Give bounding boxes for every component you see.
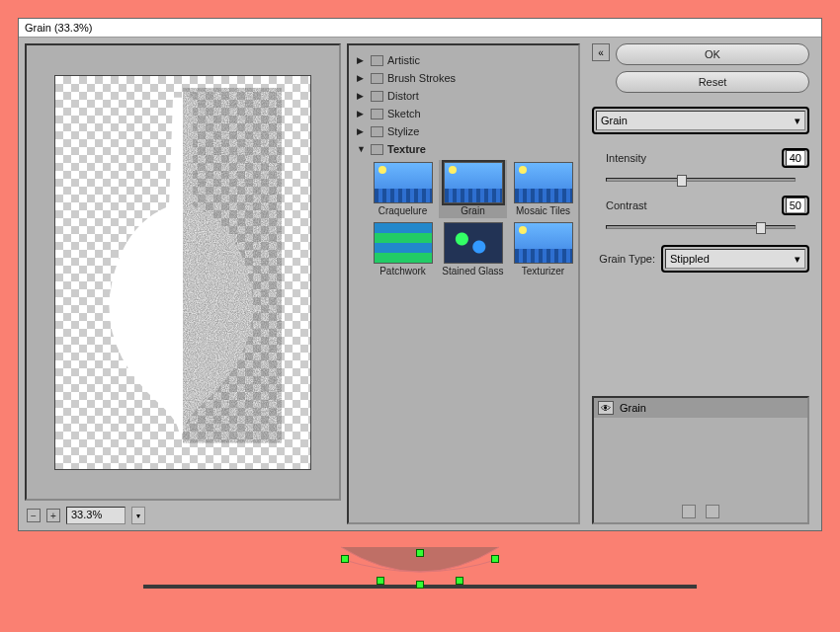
filter-craquelure[interactable]: Craquelure xyxy=(371,162,435,216)
folder-icon xyxy=(371,109,383,119)
chevron-down-icon: ▼ xyxy=(357,144,367,154)
contrast-row: Contrast 50 xyxy=(592,196,809,215)
reset-button[interactable]: Reset xyxy=(616,71,809,93)
canvas-path-decoration xyxy=(143,537,697,606)
zoom-in-button[interactable]: + xyxy=(46,509,60,522)
filter-select-value: Grain xyxy=(601,115,628,126)
folder-icon xyxy=(371,91,383,102)
anchor-point[interactable] xyxy=(416,549,424,557)
grain-type-select[interactable]: Stippled ▾ xyxy=(665,249,805,269)
zoom-level[interactable]: 33.3% xyxy=(66,507,126,524)
filter-select[interactable]: Grain ▾ xyxy=(596,111,805,130)
category-stylize[interactable]: ▶Stylize xyxy=(355,122,572,140)
grain-type-label: Grain Type: xyxy=(592,253,655,265)
contrast-slider[interactable] xyxy=(606,225,796,229)
category-label: Brush Strokes xyxy=(387,72,456,84)
category-sketch[interactable]: ▶Sketch xyxy=(355,105,572,122)
window-title: Grain (33.3%) xyxy=(19,19,821,38)
chevron-right-icon: ▶ xyxy=(357,55,367,65)
slider-handle[interactable] xyxy=(677,175,687,187)
chevron-right-icon: ▶ xyxy=(357,126,367,136)
texture-thumbs: Craquelure Grain Mosaic Tiles Patchwork … xyxy=(355,158,572,284)
category-distort[interactable]: ▶Distort xyxy=(355,87,572,105)
grain-type-row: Grain Type: Stippled ▾ xyxy=(592,245,809,273)
intensity-label: Intensity xyxy=(592,152,661,164)
zoom-dropdown-icon[interactable]: ▾ xyxy=(131,507,145,524)
collapse-categories-button[interactable]: « xyxy=(592,43,610,61)
folder-icon xyxy=(371,126,383,137)
chevron-down-icon: ▾ xyxy=(795,253,800,266)
contrast-label: Contrast xyxy=(592,199,661,211)
grain-type-value: Stippled xyxy=(670,253,710,265)
intensity-slider[interactable] xyxy=(606,178,796,182)
svg-rect-1 xyxy=(84,87,282,442)
zoom-out-button[interactable]: − xyxy=(27,509,41,522)
category-texture[interactable]: ▼Texture xyxy=(355,140,572,158)
filter-categories: ▶Artistic ▶Brush Strokes ▶Distort ▶Sketc… xyxy=(347,43,580,524)
new-effect-layer-icon[interactable] xyxy=(682,505,696,518)
delete-effect-layer-icon[interactable] xyxy=(706,505,719,518)
effect-layer[interactable]: 👁 Grain xyxy=(594,398,807,418)
preview-column: − + 33.3% ▾ xyxy=(25,43,341,524)
effect-layers-footer xyxy=(594,501,807,522)
contrast-input[interactable]: 50 xyxy=(786,198,805,213)
preview-controls: − + 33.3% ▾ xyxy=(25,501,341,524)
settings-column: « OK Reset Grain ▾ Intensity 40 Contras xyxy=(586,43,815,524)
category-label: Stylize xyxy=(387,125,419,137)
chevron-down-icon: ▾ xyxy=(795,115,800,127)
filter-texturizer[interactable]: Texturizer xyxy=(511,222,575,276)
visibility-icon[interactable]: 👁 xyxy=(598,401,614,415)
filter-stained-glass[interactable]: Stained Glass xyxy=(441,222,505,276)
intensity-input[interactable]: 40 xyxy=(786,150,805,166)
intensity-row: Intensity 40 xyxy=(592,148,809,168)
ok-button[interactable]: OK xyxy=(616,43,809,65)
chevron-right-icon: ▶ xyxy=(357,73,367,83)
filter-gallery-dialog: Grain (33.3%) − xyxy=(18,18,822,531)
filter-patchwork[interactable]: Patchwork xyxy=(371,222,435,276)
category-label: Artistic xyxy=(387,54,420,66)
filter-mosaic-tiles[interactable]: Mosaic Tiles xyxy=(511,162,575,216)
chevron-right-icon: ▶ xyxy=(357,91,367,101)
category-label: Sketch xyxy=(387,108,421,119)
anchor-point[interactable] xyxy=(341,555,349,563)
preview-image[interactable] xyxy=(54,75,311,470)
anchor-point[interactable] xyxy=(456,577,463,585)
preview-frame xyxy=(25,43,341,501)
filter-grain[interactable]: Grain xyxy=(439,160,507,218)
chevron-right-icon: ▶ xyxy=(357,109,367,118)
effect-layers-panel: 👁 Grain xyxy=(592,396,809,524)
category-brush-strokes[interactable]: ▶Brush Strokes xyxy=(355,69,572,87)
effect-layer-name: Grain xyxy=(620,402,646,414)
category-artistic[interactable]: ▶Artistic xyxy=(355,51,572,69)
folder-icon xyxy=(371,55,383,66)
category-label: Texture xyxy=(387,143,426,155)
folder-icon xyxy=(371,73,383,84)
anchor-point[interactable] xyxy=(377,577,384,585)
filter-select-frame: Grain ▾ xyxy=(592,107,809,134)
dialog-body: − + 33.3% ▾ ▶Artistic ▶Brush Strokes ▶Di… xyxy=(19,38,821,530)
anchor-point[interactable] xyxy=(416,581,424,589)
vase-graphic xyxy=(84,87,282,442)
folder-icon xyxy=(371,144,383,155)
category-label: Distort xyxy=(387,90,419,102)
path-curve xyxy=(336,537,504,587)
anchor-point[interactable] xyxy=(491,555,499,563)
slider-handle[interactable] xyxy=(756,222,766,234)
